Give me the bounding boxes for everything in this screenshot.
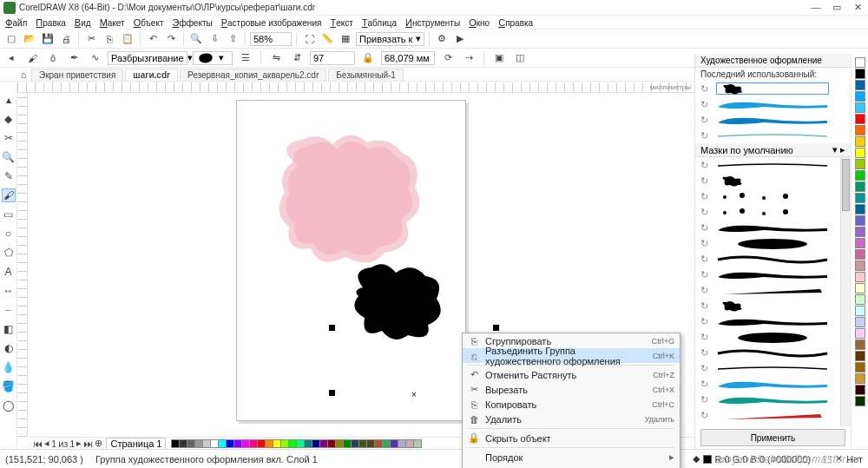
launch-icon[interactable]: ▶	[452, 31, 468, 47]
brush-row[interactable]: ↻	[695, 313, 851, 329]
snap-dropdown[interactable]: Привязать к▾	[356, 32, 424, 46]
color-swatch[interactable]	[855, 181, 865, 192]
crop-tool[interactable]: ✂	[2, 131, 16, 145]
ruler-vertical[interactable]	[17, 93, 28, 437]
color-swatch[interactable]	[855, 260, 865, 271]
style-dropdown[interactable]: Разбрызгивание▾	[108, 51, 187, 65]
color-swatch[interactable]	[855, 249, 865, 260]
menu-Окно[interactable]: Окно	[469, 17, 490, 28]
lock-icon[interactable]: 🔒	[360, 50, 376, 66]
brush-row[interactable]: ↻	[695, 188, 851, 204]
page-tab[interactable]: Страница 1	[106, 438, 166, 450]
doc-tab[interactable]: Безымянный-1	[328, 69, 404, 81]
brush-row[interactable]: ↻	[695, 173, 851, 188]
brush-row[interactable]: ↻	[695, 360, 851, 376]
doc-tab[interactable]: Экран приветствия	[31, 69, 123, 81]
brush-row[interactable]: ↻	[695, 96, 851, 112]
dimension-tool[interactable]: ↔	[2, 284, 16, 298]
dropshadow-tool[interactable]: ◧	[2, 322, 16, 336]
bounds-icon[interactable]: ◫	[512, 50, 528, 66]
ctx-item[interactable]: ✂ВырезатьCtrl+X	[463, 382, 680, 397]
zoom-tool[interactable]: 🔍	[2, 150, 16, 164]
rulers-icon[interactable]: 📏	[319, 31, 335, 47]
callig-icon[interactable]: ✒	[66, 50, 82, 66]
redo-icon[interactable]: ↷	[163, 31, 179, 47]
color-swatch[interactable]	[855, 272, 865, 282]
size-input[interactable]: 97	[310, 51, 355, 65]
color-swatch[interactable]	[855, 317, 865, 327]
color-swatch[interactable]	[855, 114, 865, 124]
ruler-horizontal[interactable]: миллиметры	[17, 82, 694, 93]
rectangle-tool[interactable]: ▭	[2, 208, 16, 221]
color-swatch[interactable]	[855, 294, 865, 305]
new-icon[interactable]: ▢	[3, 31, 19, 47]
color-swatch[interactable]	[855, 396, 865, 406]
brush-row[interactable]: ↻	[695, 282, 851, 298]
spacing-input[interactable]: 68,079 мм	[381, 51, 435, 65]
color-swatch[interactable]	[855, 215, 865, 226]
menu-Инструменты[interactable]: Инструменты	[405, 17, 460, 28]
artistic-media-tool[interactable]: 🖌	[2, 188, 16, 202]
color-swatch[interactable]	[855, 204, 865, 214]
wrap-icon[interactable]: ▣	[491, 50, 507, 66]
color-swatch[interactable]	[855, 148, 865, 158]
fullscreen-icon[interactable]: ⛶	[301, 31, 317, 47]
color-swatch[interactable]	[855, 238, 865, 248]
brush-row[interactable]: ↻	[695, 345, 851, 360]
menu-Файл[interactable]: Файл	[5, 17, 27, 28]
apply-button[interactable]: Применить	[700, 429, 845, 446]
menu-Эффекты[interactable]: Эффекты	[173, 17, 213, 28]
color-swatch[interactable]	[855, 102, 865, 113]
pressure-icon[interactable]: ∿	[87, 50, 102, 66]
color-swatch[interactable]	[855, 125, 865, 135]
brush-row[interactable]: ↻	[695, 81, 851, 96]
color-swatch[interactable]	[855, 306, 865, 316]
color-swatch[interactable]	[855, 193, 865, 203]
default-strokes-header[interactable]: Мазки по умолчанию▾ ▸	[695, 143, 851, 157]
color-swatch[interactable]	[855, 283, 865, 293]
flip-h-icon[interactable]: ⇋	[268, 50, 284, 66]
menu-Правка[interactable]: Правка	[36, 17, 66, 28]
color-palette-horizontal[interactable]	[171, 439, 421, 448]
color-swatch[interactable]	[413, 439, 422, 448]
doc-tab[interactable]: Резервная_копия_акварель2.cdr	[180, 69, 326, 81]
menu-Текст[interactable]: Текст	[330, 17, 352, 28]
brush-row[interactable]: ↻	[695, 329, 851, 345]
menu-Объект[interactable]: Объект	[134, 17, 164, 28]
text-tool[interactable]: A	[2, 265, 16, 279]
search-icon[interactable]: 🔍	[188, 31, 204, 47]
color-swatch[interactable]	[855, 351, 865, 361]
import-icon[interactable]: ⇩	[207, 31, 222, 47]
doc-tab[interactable]: шаги.cdr	[125, 69, 178, 81]
page-controls[interactable]: ⏮◂ 1 из 1 ▸⏭⊕	[30, 438, 106, 449]
color-swatch[interactable]	[855, 91, 865, 102]
ctx-item[interactable]: ⎘КопироватьCtrl+C	[463, 397, 680, 412]
scrollbar[interactable]	[840, 157, 851, 426]
spray-icon[interactable]: ô	[45, 50, 61, 66]
outline-tool[interactable]: ◯	[2, 399, 16, 412]
brush-row[interactable]: ↻	[695, 112, 851, 128]
minimize-button[interactable]: —	[809, 2, 823, 13]
brush-row[interactable]: ↻	[695, 251, 851, 267]
zoom-combo[interactable]: 58%	[250, 32, 292, 46]
brush-row[interactable]: ↻	[695, 157, 851, 173]
menu-Справка[interactable]: Справка	[498, 17, 533, 28]
color-swatch[interactable]	[855, 57, 865, 68]
paste-icon[interactable]: 📋	[120, 31, 135, 47]
freehand-tool[interactable]: ✎	[2, 169, 16, 183]
transparency-tool[interactable]: ◐	[2, 341, 16, 355]
menu-Растровые изображения[interactable]: Растровые изображения	[221, 17, 322, 28]
list-icon[interactable]: ☰	[238, 50, 253, 66]
brush-icon[interactable]: 🖌	[24, 50, 40, 66]
brush-row[interactable]: ↻	[695, 220, 851, 235]
brush-row[interactable]: ↻	[695, 376, 851, 392]
color-swatch[interactable]	[855, 339, 865, 350]
close-button[interactable]: ✕	[851, 2, 865, 13]
open-icon[interactable]: 📂	[22, 31, 37, 47]
shape-tool[interactable]: ◆	[2, 112, 16, 126]
color-swatch[interactable]	[855, 373, 865, 384]
preset-prev-icon[interactable]: ◂	[3, 50, 19, 66]
save-icon[interactable]: 💾	[40, 31, 56, 47]
fill-tool[interactable]: 🪣	[2, 379, 16, 393]
brush-row[interactable]: ↻	[695, 235, 851, 251]
